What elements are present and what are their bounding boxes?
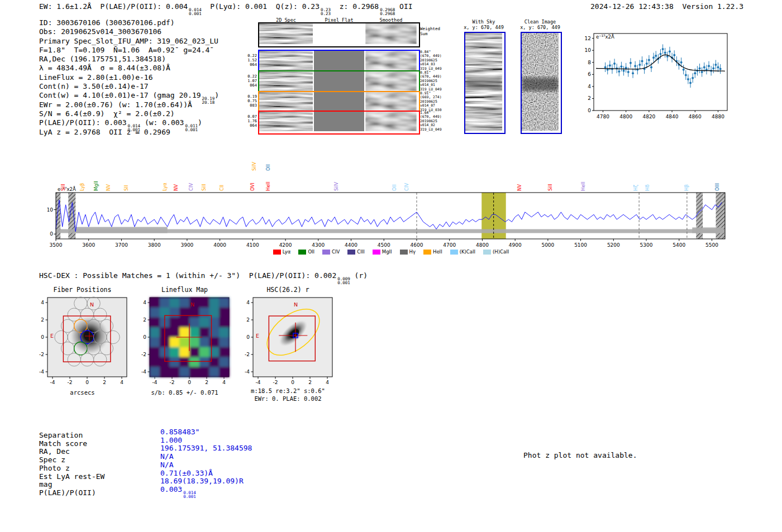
info-line-1: Obs: 20190625v014_3003670106 — [39, 27, 219, 36]
legend-item: MgII — [373, 249, 392, 255]
match-field-label: Separation — [39, 431, 83, 439]
fiber-id-line: Sum — [420, 32, 451, 37]
match-field-label: Match score — [39, 439, 87, 448]
legend-item: HeII — [423, 249, 442, 255]
error-band-bump-right — [692, 227, 723, 233]
cutout-ytick: 2 — [41, 317, 44, 323]
fiber-weight-value: 0.19 — [246, 94, 257, 99]
fit-xtick: 4860 — [689, 114, 702, 119]
match-table: Separation0.858483"Match score1.000RA, D… — [39, 431, 330, 504]
cutout-ytick: 0 — [246, 334, 250, 340]
spec2d-cell-flat — [314, 92, 364, 111]
withsky-noise-image — [465, 33, 502, 131]
spectrum-xtick: 3600 — [82, 242, 95, 248]
text-segment: z: 0.2968 — [331, 2, 379, 11]
legend-item: CIV — [322, 249, 340, 255]
text-segment: EW: 1.6±1.2Å P(LAE)/P(OII): 0.004 — [39, 2, 188, 11]
emission-line-label: Lyα — [162, 183, 168, 191]
hsc-caption-1: m:18.5 re:3.2" s:0.6" — [239, 387, 337, 394]
spectrum-xtick: 4800 — [476, 242, 489, 248]
cutout-ytick: -4 — [245, 369, 250, 375]
legend-label: CIV — [332, 249, 340, 255]
cutout-ytick: 2 — [143, 317, 146, 323]
uncertainty-frac: 0.0090.001 — [337, 277, 350, 285]
compass-east: E — [50, 333, 54, 339]
cutout-xtick: 0 — [291, 380, 294, 385]
legend-item: Hγ — [400, 249, 416, 255]
cutout-xtick: 2 — [205, 380, 208, 385]
text-segment: OII — [395, 2, 412, 11]
spec2d-cell-noise — [259, 112, 313, 131]
lineflux-caption: s/b: 0.85 +/- 0.071 — [136, 389, 233, 396]
text-segment: N/A — [160, 461, 173, 469]
spectrum-ytick: 0 — [50, 231, 53, 237]
legend-swatch — [298, 250, 306, 255]
spectrum-legend: LyαOIICIVCIIIMgIIHγHeII(K)CaII(H)CaII — [223, 248, 559, 256]
detection-info-block: ID: 3003670106 (3003670106.pdf)Obs: 2019… — [39, 18, 219, 137]
withsky-coords: x, y: 670, 449 — [456, 25, 512, 30]
frac-lower: 20.18 — [202, 100, 215, 104]
fiber-xlabel: arcsecs — [34, 389, 131, 396]
match-field-value: 196.175391, 51.384598 — [160, 444, 252, 452]
error-band-bump — [75, 227, 167, 233]
emission-line-label: OII — [265, 164, 271, 171]
spectrum-xtick: 5000 — [541, 242, 554, 248]
uncertainty-frac: 0.29680.2968 — [380, 8, 395, 16]
legend-swatch — [322, 250, 330, 255]
match-field-label: P(LAE)/P(OII) — [39, 488, 96, 497]
spectrum-xtick: 5100 — [574, 242, 587, 248]
hsc-caption-2: EWr: 0. PLAE: 0.002 — [239, 395, 337, 402]
cutout-ytick: 0 — [143, 334, 146, 340]
legend-item: Lyα — [273, 249, 291, 255]
fiber-weight-value: 1.52 — [246, 58, 257, 63]
spec2d-cell-smooth — [365, 51, 417, 70]
fiber-weight-value: 064 — [246, 83, 257, 88]
spectrum-xtick: 4700 — [443, 242, 456, 248]
emission-line-label: NV — [517, 184, 522, 191]
legend-swatch — [347, 250, 355, 255]
spec2d-row-4 — [258, 111, 420, 135]
fiber-weight-value: 064 — [246, 63, 257, 67]
spec2d-row-left-labels: 0.190.75083 — [246, 94, 257, 108]
frac-lower: 0.001 — [337, 281, 350, 285]
spectrum-xtick: 4600 — [411, 242, 423, 248]
fiber-weight-value: 0.22 — [246, 54, 257, 58]
fiber-weight-value: 064 — [246, 123, 257, 128]
emission-line-label: SiII — [201, 184, 207, 191]
text-segment: P(LAE)/P(OII): 0.003 — [39, 118, 127, 127]
emission-line-label: SiIV — [333, 182, 339, 191]
match-field-label: Photo z — [39, 464, 70, 472]
legend-swatch — [483, 250, 491, 255]
emission-line-label: Hζ — [633, 185, 638, 191]
match-field-value: 1.000 — [160, 436, 182, 444]
spectrum-trace — [56, 200, 722, 232]
emission-line-label: Hδ — [645, 184, 650, 191]
uncertainty-frac: 0.230.23 — [321, 8, 331, 16]
text-segment: 18.69(18.39,19.09)R — [160, 477, 244, 485]
spectrum-xtick: 5200 — [607, 242, 620, 248]
text-segment: LyA z = 2.9768 OII z = 0.2969 — [39, 128, 170, 136]
cutout-xtick: 4 — [120, 380, 123, 385]
match-field-value: N/A — [160, 461, 173, 469]
cutout-ytick: 2 — [246, 317, 250, 323]
spec2d-panel: 2D Spec Pixel Flat Smoothed WeightedSum0… — [246, 17, 452, 140]
cutout-ytick: -4 — [39, 369, 44, 375]
fit-ytick: 0 — [588, 108, 591, 113]
emission-line-label: SiII — [60, 184, 66, 191]
spec2d-cell-flat — [314, 23, 364, 44]
frac-lower: 0.001 — [185, 128, 198, 132]
text-segment: ) — [214, 91, 219, 99]
fit-xtick: 4800 — [619, 114, 632, 119]
clean-coords: x, y: 670, 449 — [512, 25, 568, 30]
legend-label: HeII — [433, 249, 442, 255]
text-segment: 0.858483" — [160, 428, 199, 436]
spectrum-xtick: 4000 — [213, 242, 226, 248]
uncertainty-frac: 0.0110.001 — [185, 124, 198, 132]
legend-swatch — [450, 250, 458, 255]
info-line-3: F=1.8" T=0.109 N̄=1.06 A=0.92̄ g=24.4̄ — [39, 46, 219, 55]
spec2d-rows: WeightedSum0.221.520640.84"(670, 449)201… — [246, 17, 452, 140]
text-segment: ID: 3003670106 (3003670106.pdf) — [39, 18, 175, 27]
legend-swatch — [373, 250, 380, 255]
fiber-weight-value: 083 — [246, 103, 257, 108]
legend-item: (H)CaII — [483, 249, 509, 255]
